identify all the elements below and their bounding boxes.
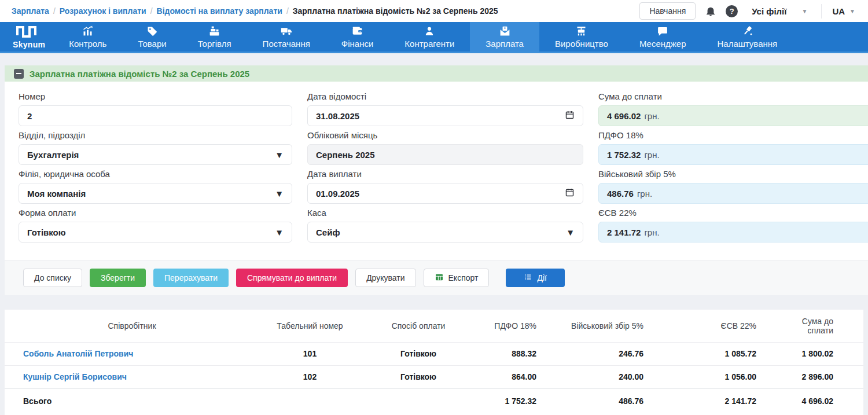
field-cashbox: Каса Сейф ▼: [307, 208, 583, 243]
employee-link[interactable]: Кушнір Сергій Борисович: [23, 372, 127, 381]
nav-item-label: Фінанси: [341, 39, 374, 49]
delivery-truck-icon: [280, 25, 293, 37]
breadcrumb-link-calculations[interactable]: Розрахунок і виплати: [60, 6, 146, 16]
field-label: Військовий збір 5%: [598, 169, 868, 179]
cashbox-select[interactable]: Сейф ▼: [307, 222, 583, 243]
chat-bubble-icon: [657, 25, 668, 37]
nav-item-settings[interactable]: Налаштування: [702, 22, 793, 52]
currency-unit: грн.: [644, 227, 659, 237]
payment-form-select[interactable]: Готівкою ▼: [19, 222, 292, 243]
send-to-payment-button[interactable]: Спрямувати до виплати: [236, 269, 348, 287]
app-logo[interactable]: Skynum: [0, 22, 53, 52]
branch-select[interactable]: Моя компанія ▼: [19, 183, 292, 204]
col-header-tab-number: Табельний номер: [259, 310, 361, 342]
field-statement-date: Дата відомості 31.08.2025: [307, 91, 583, 126]
nav-item-salary[interactable]: Зарплата: [470, 22, 539, 52]
field-label: Номер: [19, 91, 292, 101]
payment-method-cell: Готівкою: [361, 342, 476, 365]
help-glyph: ?: [726, 5, 738, 17]
currency-unit: грн.: [637, 189, 652, 199]
employees-table-card: Співробітник Табельний номер Спосіб опла…: [5, 310, 863, 415]
collapse-minus-icon[interactable]: [14, 69, 24, 79]
panel-title: Зарплатна платіжна відомість №2 за Серпе…: [30, 69, 249, 79]
help-icon[interactable]: ?: [726, 5, 738, 17]
nav-item-goods[interactable]: Товари: [122, 22, 182, 52]
chart-growth-icon: [82, 25, 94, 37]
export-button[interactable]: Експорт: [424, 269, 490, 287]
col-header-pdfo: ПДФО 18%: [476, 310, 563, 342]
recalculate-button[interactable]: Перерахувати: [153, 269, 229, 287]
empty-cell: [259, 388, 361, 414]
payment-date-input[interactable]: 01.09.2025: [307, 183, 583, 204]
military-tax-display: 486.76 грн.: [598, 183, 868, 204]
payment-method-cell: Готівкою: [361, 365, 476, 388]
actions-menu-label: Дії: [537, 273, 546, 282]
department-select[interactable]: Бухгалтерія ▼: [19, 144, 292, 165]
field-label: Дата виплати: [307, 169, 583, 179]
nav-item-finance[interactable]: Фінанси: [326, 22, 389, 52]
calendar-icon[interactable]: [565, 188, 575, 199]
employee-link[interactable]: Соболь Анатолій Петрович: [23, 349, 133, 358]
col-header-payment-method: Спосіб оплати: [361, 310, 476, 342]
field-branch: Філія, юридична особа Моя компанія ▼: [19, 169, 292, 204]
field-label: Форма оплати: [19, 208, 292, 218]
nav-item-label: Налаштування: [718, 39, 778, 49]
nav-item-label: Месенджер: [639, 39, 686, 49]
training-button[interactable]: Навчання: [639, 2, 696, 20]
col-header-esv: ЄСВ 22%: [670, 310, 783, 342]
field-label: Сума до сплати: [598, 91, 868, 101]
skynum-pulse-icon: [16, 24, 42, 39]
field-label: Каса: [307, 208, 583, 218]
esv-value: 2 141.72: [607, 227, 641, 237]
statement-date-value: 31.08.2025: [316, 111, 359, 121]
statement-date-input[interactable]: 31.08.2025: [307, 105, 583, 126]
col-header-military: Військовий збір 5%: [563, 310, 670, 342]
table-header-row: Співробітник Табельний номер Спосіб опла…: [5, 310, 863, 342]
nav-item-counterparties[interactable]: Контрагенти: [389, 22, 470, 52]
tab-number-cell: 102: [259, 365, 361, 388]
branch-filter-select[interactable]: Усі філії ▼: [747, 4, 812, 19]
military-tax-value: 486.76: [607, 189, 634, 199]
nav-item-control[interactable]: Контроль: [53, 22, 122, 52]
field-accounting-month: Обліковий місяць Серпень 2025: [307, 130, 583, 165]
field-label: Дата відомості: [307, 91, 583, 101]
employee-cell: Кушнір Сергій Борисович: [5, 365, 259, 388]
actions-menu-button[interactable]: Дії: [506, 269, 564, 287]
field-amount-due: Сума до сплати 4 696.02 грн.: [598, 91, 868, 126]
branch-value: Моя компанія: [27, 189, 86, 199]
nav-item-production[interactable]: Виробництво: [539, 22, 624, 52]
grand-total-cell: 4 696.02: [783, 388, 863, 414]
language-select[interactable]: UA ▼: [821, 4, 860, 19]
pdfo-cell: 864.00: [476, 365, 563, 388]
number-input[interactable]: 2: [19, 105, 292, 126]
save-button[interactable]: Зберегти: [90, 269, 146, 287]
field-label: Філія, юридична особа: [19, 169, 292, 179]
chevron-down-icon: ▼: [275, 150, 284, 160]
field-label: ПДФО 18%: [598, 130, 868, 140]
esv-cell: 1 056.00: [670, 365, 783, 388]
back-to-list-button[interactable]: До списку: [23, 269, 82, 287]
amount-due-value: 4 696.02: [607, 111, 641, 121]
cash-register-icon: [208, 25, 220, 37]
notifications-bell-icon[interactable]: [705, 5, 716, 17]
calendar-icon[interactable]: [565, 110, 575, 122]
nav-item-trade[interactable]: Торгівля: [182, 22, 247, 52]
pdfo-total-cell: 1 752.32: [476, 388, 563, 414]
esv-cell: 1 085.72: [670, 342, 783, 365]
print-button[interactable]: Друкувати: [355, 269, 415, 287]
field-payment-date: Дата виплати 01.09.2025: [307, 169, 583, 204]
top-header-bar: Зарплата / Розрахунок і виплати / Відомо…: [0, 0, 868, 22]
field-esv: ЄСВ 22% 2 141.72 грн.: [598, 208, 868, 243]
nav-item-supply[interactable]: Постачання: [247, 22, 326, 52]
nav-item-messenger[interactable]: Месенджер: [624, 22, 702, 52]
breadcrumb-link-statements[interactable]: Відомості на виплату зарплати: [157, 6, 282, 16]
actions-list-icon: [524, 273, 532, 283]
breadcrumb-link-salary[interactable]: Зарплата: [12, 6, 49, 16]
person-icon: [424, 25, 435, 37]
accounting-month-value: Серпень 2025: [316, 150, 375, 160]
empty-cell: [361, 388, 476, 414]
chevron-down-icon: ▼: [802, 8, 808, 14]
table-footer-row: Всього 1 752.32 486.76 2 141.72 4 696.02: [5, 388, 863, 414]
employee-cell: Соболь Анатолій Петрович: [5, 342, 259, 365]
logo-text: Skynum: [13, 40, 45, 49]
